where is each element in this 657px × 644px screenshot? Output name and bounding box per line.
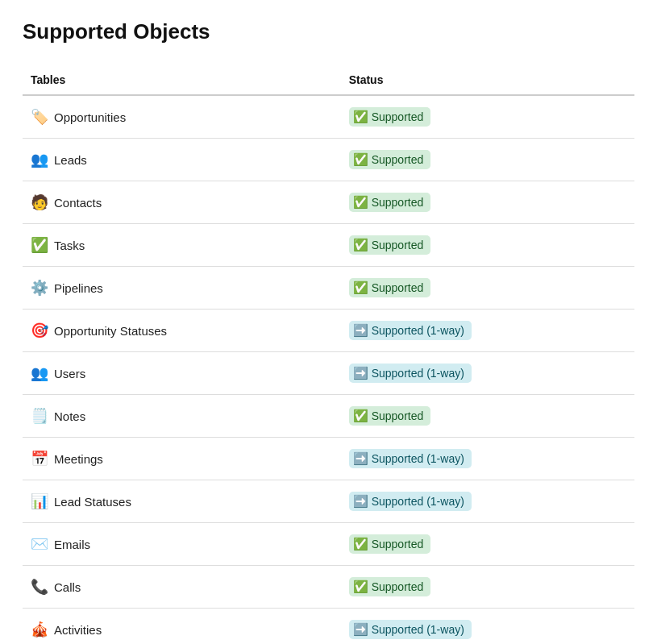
badge-text: Supported (1-way) <box>372 452 464 465</box>
table-cell-status: ➡️Supported (1-way) <box>341 310 634 352</box>
table-row: 📞Calls✅Supported <box>23 566 634 609</box>
table-row-icon: 🗒️ <box>31 409 48 423</box>
table-cell-status: ✅Supported <box>341 395 634 438</box>
table-cell-status: ✅Supported <box>341 181 634 224</box>
table-row: 👥Users➡️Supported (1-way) <box>23 352 634 395</box>
table-row-icon: 📅 <box>31 451 48 466</box>
table-row-name: Emails <box>54 538 90 551</box>
col-header-tables: Tables <box>23 67 341 95</box>
badge-text: Supported <box>372 196 424 209</box>
status-badge: ✅Supported <box>349 107 431 127</box>
badge-text: Supported (1-way) <box>372 623 464 636</box>
table-row-name: Notes <box>54 409 85 423</box>
table-row: 📅Meetings➡️Supported (1-way) <box>23 438 634 480</box>
status-badge: ✅Supported <box>349 406 431 426</box>
table-row-icon: 🧑 <box>31 195 48 210</box>
table-cell-name: ✉️Emails <box>23 523 341 566</box>
badge-icon: ✅ <box>353 238 368 252</box>
badge-icon: ➡️ <box>353 323 368 338</box>
table-cell-status: ➡️Supported (1-way) <box>341 480 634 523</box>
table-cell-name: 🏷️Opportunities <box>23 95 341 139</box>
table-row-icon: 👥 <box>31 152 48 167</box>
table-cell-name: 📊Lead Statuses <box>23 480 341 523</box>
status-badge: ✅Supported <box>349 278 431 297</box>
status-badge: ✅Supported <box>349 235 431 255</box>
badge-icon: ✅ <box>353 195 368 210</box>
table-row: 👥Leads✅Supported <box>23 139 634 181</box>
table-row-icon: 🎯 <box>31 323 48 338</box>
table-cell-name: 👥Users <box>23 352 341 395</box>
col-header-status: Status <box>341 67 634 95</box>
status-badge: ✅Supported <box>349 577 431 596</box>
table-cell-name: 👥Leads <box>23 139 341 181</box>
table-cell-status: ➡️Supported (1-way) <box>341 609 634 645</box>
badge-text: Supported <box>372 110 424 123</box>
badge-text: Supported (1-way) <box>372 495 464 508</box>
status-badge: ➡️Supported (1-way) <box>349 449 472 468</box>
page-title: Supported Objects <box>23 19 634 44</box>
table-row-name: Calls <box>54 580 81 594</box>
table-row-name: Tasks <box>54 239 85 252</box>
table-cell-name: 🗒️Notes <box>23 395 341 438</box>
table-cell-status: ✅Supported <box>341 139 634 181</box>
table-row-name: Opportunity Statuses <box>54 324 167 338</box>
table-row-name: Contacts <box>54 196 102 210</box>
table-cell-name: 🧑Contacts <box>23 181 341 224</box>
table-row-name: Users <box>54 367 85 380</box>
badge-icon: ➡️ <box>353 494 368 509</box>
table-cell-status: ✅Supported <box>341 224 634 267</box>
table-row-icon: 📞 <box>31 580 48 594</box>
table-cell-status: ✅Supported <box>341 95 634 139</box>
table-row-name: Meetings <box>54 452 103 466</box>
table-row-name: Activities <box>54 623 102 637</box>
table-cell-name: ⚙️Pipelines <box>23 267 341 310</box>
table-cell-name: 📞Calls <box>23 566 341 609</box>
table-row: 📊Lead Statuses➡️Supported (1-way) <box>23 480 634 523</box>
badge-text: Supported (1-way) <box>372 367 464 380</box>
table-row: ⚙️Pipelines✅Supported <box>23 267 634 310</box>
badge-text: Supported <box>372 239 424 251</box>
table-cell-name: 📅Meetings <box>23 438 341 480</box>
table-row: ✅Tasks✅Supported <box>23 224 634 267</box>
table-cell-status: ➡️Supported (1-way) <box>341 438 634 480</box>
table-row-name: Leads <box>54 153 87 167</box>
badge-text: Supported (1-way) <box>372 324 464 337</box>
badge-icon: ✅ <box>353 280 368 295</box>
table-row-name: Opportunities <box>54 110 126 124</box>
table-row-name: Pipelines <box>54 281 103 295</box>
badge-icon: ✅ <box>353 152 368 167</box>
badge-icon: ➡️ <box>353 622 368 637</box>
table-row-icon: 🎪 <box>31 622 48 637</box>
status-badge: ➡️Supported (1-way) <box>349 364 472 383</box>
badge-icon: ✅ <box>353 409 368 423</box>
badge-text: Supported <box>372 281 424 294</box>
badge-text: Supported <box>372 153 424 166</box>
table-row: 🎪Activities➡️Supported (1-way) <box>23 609 634 645</box>
status-badge: ✅Supported <box>349 193 431 212</box>
table-cell-status: ✅Supported <box>341 566 634 609</box>
badge-icon: ✅ <box>353 580 368 594</box>
table-cell-name: ✅Tasks <box>23 224 341 267</box>
table-cell-name: 🎯Opportunity Statuses <box>23 310 341 352</box>
badge-icon: ➡️ <box>353 366 368 380</box>
table-row: 🧑Contacts✅Supported <box>23 181 634 224</box>
table-row-icon: ✉️ <box>31 537 48 551</box>
table-row-icon: 🏷️ <box>31 110 48 124</box>
status-badge: ➡️Supported (1-way) <box>349 492 472 511</box>
status-badge: ➡️Supported (1-way) <box>349 620 472 639</box>
table-row-icon: 📊 <box>31 494 48 509</box>
table-row: 🏷️Opportunities✅Supported <box>23 95 634 139</box>
table-cell-name: 🎪Activities <box>23 609 341 645</box>
badge-text: Supported <box>372 580 424 593</box>
table-cell-status: ✅Supported <box>341 267 634 310</box>
badge-icon: ✅ <box>353 110 368 124</box>
status-badge: ➡️Supported (1-way) <box>349 321 472 340</box>
status-badge: ✅Supported <box>349 534 431 554</box>
status-badge: ✅Supported <box>349 150 431 169</box>
table-row: ✉️Emails✅Supported <box>23 523 634 566</box>
table-cell-status: ✅Supported <box>341 523 634 566</box>
table-row: 🎯Opportunity Statuses➡️Supported (1-way) <box>23 310 634 352</box>
table-row: 🗒️Notes✅Supported <box>23 395 634 438</box>
table-row-icon: 👥 <box>31 366 48 380</box>
badge-text: Supported <box>372 409 424 422</box>
